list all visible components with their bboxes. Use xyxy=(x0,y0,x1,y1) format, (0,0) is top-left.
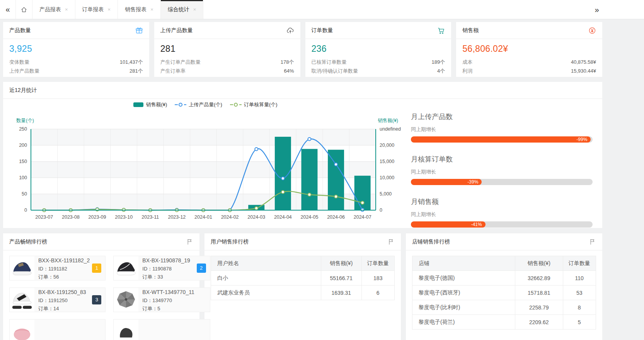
close-tab-icon[interactable]: × xyxy=(108,7,111,12)
growth-panel-title: 月核算订单数 xyxy=(411,155,596,164)
product-id: ID：1190878 xyxy=(142,265,190,273)
growth-panel-subtitle: 同上期增长 xyxy=(411,211,596,218)
svg-text:销售额(¥): 销售额(¥) xyxy=(378,118,398,123)
close-tab-icon[interactable]: × xyxy=(65,7,68,12)
product-info xyxy=(34,320,54,340)
growth-panel-月销售额: 月销售额同上期增长-41% xyxy=(411,197,596,228)
stat-line-value: 64% xyxy=(284,66,294,75)
stat-line-label: 变体数量 xyxy=(9,58,29,66)
stat-line: 取消/待确认订单数量4个 xyxy=(312,66,445,75)
product-orders: 订单：14 xyxy=(38,304,86,312)
growth-progress-track: -41% xyxy=(411,221,593,228)
row-name: 白小 xyxy=(211,271,321,286)
product-image xyxy=(10,320,34,340)
stat-line: 产生订单率64% xyxy=(160,66,294,75)
flag-icon[interactable] xyxy=(589,238,596,245)
svg-text:undefined: undefined xyxy=(380,126,401,132)
row-value: 55166.71 xyxy=(321,271,362,286)
stat-card-value: 281 xyxy=(160,44,294,54)
legend-label: 销售额(¥) xyxy=(146,101,167,108)
store-rank-title: 店铺销售排行榜 xyxy=(412,238,450,245)
table-header-row: 用户姓名销售额(¥)订单数量 xyxy=(211,256,395,271)
stat-line-value: 189个 xyxy=(432,58,445,66)
stat-card-订单数量: 订单数量236已核算订单数量189个取消/待确认订单数量4个 xyxy=(305,22,451,77)
stat-line-label: 上传产品数量 xyxy=(9,66,39,75)
svg-text:2024-02: 2024-02 xyxy=(221,214,239,220)
stat-line: 产生订单产品数量178个 xyxy=(160,58,294,66)
close-tab-icon[interactable]: × xyxy=(193,7,196,12)
row-value: 32662.89 xyxy=(515,271,563,286)
home-icon xyxy=(20,6,27,13)
product-orders: 订单：56 xyxy=(38,273,90,280)
product-rank-item-5[interactable] xyxy=(9,319,106,340)
home-tab[interactable] xyxy=(15,0,32,19)
table-header-row: 店铺销售额(¥)订单数量 xyxy=(412,256,596,271)
expand-tabs-icon[interactable]: » xyxy=(589,0,605,19)
legend-marker xyxy=(133,102,143,107)
product-rank-item-6[interactable] xyxy=(113,319,210,340)
column-header: 店铺 xyxy=(412,256,515,271)
close-tab-icon[interactable]: × xyxy=(150,7,153,12)
stat-line-label: 已核算订单数量 xyxy=(312,58,347,66)
tab-综合统计[interactable]: 综合统计× xyxy=(161,0,204,19)
growth-progress-fill: -41% xyxy=(411,221,486,228)
stat-card-产品数量: 产品数量3,925变体数量101,437个上传产品数量281个 xyxy=(3,22,149,77)
tab-订单报表[interactable]: 订单报表× xyxy=(75,0,118,19)
combo-chart: 00505,00010010,00015015,00020020,000250u… xyxy=(9,110,402,230)
row-value: 53 xyxy=(563,286,596,300)
yen-icon xyxy=(588,27,596,34)
stat-line-label: 产生订单率 xyxy=(160,66,186,75)
svg-text:2023-10: 2023-10 xyxy=(115,214,133,220)
user-sales-table: 用户姓名销售额(¥)订单数量白小55166.71183武建东业务员1639.31… xyxy=(211,256,395,300)
yen-icon-wrap xyxy=(588,27,596,34)
tab-产品报表[interactable]: 产品报表× xyxy=(32,0,75,19)
product-rank-item-3[interactable]: BX-BX-1191250_83ID：1191250订单：143 xyxy=(9,287,106,312)
svg-text:200: 200 xyxy=(19,143,27,148)
row-name: 黎度电子(西班牙) xyxy=(412,286,515,300)
legend-item-销售额(¥)[interactable]: 销售额(¥) xyxy=(133,101,167,108)
stat-line-label: 成本 xyxy=(462,58,472,66)
growth-panel-月上传产品数: 月上传产品数同上期增长-99% xyxy=(411,112,596,143)
product-id: ID：1349770 xyxy=(142,296,194,304)
product-image xyxy=(114,288,138,312)
growth-progress-fill: -99% xyxy=(411,136,591,143)
stat-line-value: 4个 xyxy=(437,66,445,75)
rank-badge: 1 xyxy=(92,264,101,273)
growth-panel-subtitle: 同上期增长 xyxy=(411,126,596,133)
svg-text:2023-07: 2023-07 xyxy=(35,214,53,220)
product-sku: BX-WTT-1349770_11 xyxy=(142,288,194,296)
product-sku: BX-BX-1191250_83 xyxy=(38,288,86,296)
product-rank-title: 产品畅销排行榜 xyxy=(9,238,47,245)
column-header: 销售额(¥) xyxy=(515,256,563,271)
tab-销售报表[interactable]: 销售报表× xyxy=(118,0,161,19)
collapse-tabs-icon[interactable]: « xyxy=(0,0,15,19)
svg-text:2023-08: 2023-08 xyxy=(62,214,80,220)
product-rank-item-2[interactable]: BX-BX-1190878_19ID：1190878订单：332 xyxy=(113,256,210,280)
stat-card-title: 订单数量 xyxy=(312,27,333,34)
svg-text:数量(个): 数量(个) xyxy=(16,118,34,123)
product-image xyxy=(10,288,34,312)
stat-line-label: 取消/待确认订单数量 xyxy=(312,66,358,75)
row-value: 8 xyxy=(563,300,596,315)
product-rank-item-1[interactable]: BXX-BXX-1191182_2ID：1191182订单：561 xyxy=(9,256,106,280)
row-value: 15718.81 xyxy=(515,286,563,300)
svg-text:2023-12: 2023-12 xyxy=(168,214,186,220)
product-rank-item-4[interactable]: BX-WTT-1349770_11ID：1349770订单：5 xyxy=(113,287,210,312)
table-row: 武建东业务员1639.316 xyxy=(211,286,395,300)
flag-icon[interactable] xyxy=(186,238,193,245)
flag-icon[interactable] xyxy=(388,238,395,245)
table-row: 白小55166.71183 xyxy=(211,271,395,286)
legend-item-订单核算量(个)[interactable]: 订单核算量(个) xyxy=(230,101,278,108)
legend-item-上传产品量(个)[interactable]: 上传产品量(个) xyxy=(175,101,222,108)
product-info: BX-WTT-1349770_11ID：1349770订单：5 xyxy=(138,288,210,312)
product-info: BX-BX-1191250_83ID：1191250订单：14 xyxy=(34,288,102,312)
gift-icon xyxy=(135,27,143,34)
tab-label: 综合统计 xyxy=(168,6,189,13)
growth-panel-月核算订单数: 月核算订单数同上期增长-39% xyxy=(411,155,596,185)
stat-line-label: 产生订单产品数量 xyxy=(160,58,201,66)
dark-item-image xyxy=(115,321,137,340)
cart-icon xyxy=(437,27,445,34)
tab-label: 订单报表 xyxy=(82,6,104,13)
table-row: 黎度电子(西班牙)15718.8153 xyxy=(412,286,596,300)
chart-legend: 销售额(¥)上传产品量(个)订单核算量(个) xyxy=(9,99,402,110)
